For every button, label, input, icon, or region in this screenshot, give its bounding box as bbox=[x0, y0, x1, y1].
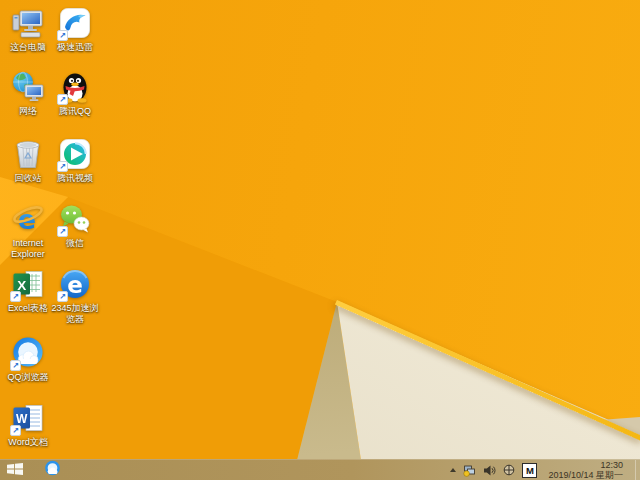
desktop-icon-tencent-video[interactable]: ↗ 腾讯视频 bbox=[52, 137, 98, 184]
volume-icon[interactable] bbox=[483, 464, 496, 477]
show-desktop-button[interactable] bbox=[635, 460, 640, 480]
taskbar-clock[interactable]: 12:30 2019/10/14 星期一 bbox=[548, 460, 623, 480]
recycle-bin-icon bbox=[11, 137, 45, 171]
system-tray: M 12:30 2019/10/14 星期一 bbox=[450, 460, 640, 480]
shortcut-arrow-icon: ↗ bbox=[57, 226, 68, 237]
xunlei-thunder-icon: ↗ bbox=[58, 6, 92, 40]
desktop-icon-excel[interactable]: X ↗ Excel表格 bbox=[5, 267, 51, 314]
svg-text:e: e bbox=[67, 272, 83, 298]
qq-penguin-icon: ↗ bbox=[58, 70, 92, 104]
word-icon: W ↗ bbox=[11, 401, 45, 435]
desktop-icon-label: Excel表格 bbox=[2, 303, 54, 314]
desktop-icon-label: 微信 bbox=[49, 238, 101, 249]
desktop-icon-word[interactable]: W ↗ Word文档 bbox=[5, 401, 51, 448]
tencent-video-icon: ↗ bbox=[58, 137, 92, 171]
2345-browser-icon: e ↗ bbox=[58, 267, 92, 301]
taskbar-qq-browser-button[interactable] bbox=[38, 460, 66, 480]
crosshair-tray-icon[interactable] bbox=[503, 464, 515, 476]
network-status-icon[interactable] bbox=[463, 464, 476, 477]
shortcut-arrow-icon: ↗ bbox=[57, 30, 68, 41]
desktop-screen: 这台电脑 ↗ 极速迅雷 bbox=[0, 0, 640, 480]
desktop-icon-2345-browser[interactable]: e ↗ 2345加速浏览器 bbox=[52, 267, 98, 325]
taskbar: M 12:30 2019/10/14 星期一 bbox=[0, 459, 640, 480]
shortcut-arrow-icon: ↗ bbox=[10, 360, 21, 371]
desktop-icon-tencent-qq[interactable]: ↗ 腾讯QQ bbox=[52, 70, 98, 117]
show-hidden-icons-arrow[interactable] bbox=[450, 468, 456, 472]
shortcut-arrow-icon: ↗ bbox=[57, 291, 68, 302]
excel-icon: X ↗ bbox=[11, 267, 45, 301]
desktop-icon-recycle-bin[interactable]: 回收站 bbox=[5, 137, 51, 184]
network-icon bbox=[11, 70, 45, 104]
ime-indicator[interactable]: M bbox=[522, 463, 537, 478]
svg-text:W: W bbox=[16, 412, 28, 426]
qq-browser-taskbar-icon bbox=[44, 460, 61, 480]
desktop-icon-label: Word文档 bbox=[2, 437, 54, 448]
desktop-icon-label: 2345加速浏览器 bbox=[49, 303, 101, 325]
this-pc-icon bbox=[11, 6, 45, 40]
shortcut-arrow-icon: ↗ bbox=[57, 94, 68, 105]
desktop-icon-this-pc[interactable]: 这台电脑 bbox=[5, 6, 51, 53]
qq-browser-icon: ↗ bbox=[11, 336, 45, 370]
desktop-icon-label: 网络 bbox=[2, 106, 54, 117]
desktop-icon-label: Internet Explorer bbox=[2, 238, 54, 260]
desktop-icon-network[interactable]: 网络 bbox=[5, 70, 51, 117]
desktop-icon-label: QQ浏览器 bbox=[2, 372, 54, 383]
desktop-icon-label: 极速迅雷 bbox=[49, 42, 101, 53]
desktop-icon-internet-explorer[interactable]: e Internet Explorer bbox=[5, 202, 51, 260]
clock-date: 2019/10/14 星期一 bbox=[548, 470, 623, 480]
desktop-icon-label: 回收站 bbox=[2, 173, 54, 184]
desktop-icon-wechat[interactable]: ↗ 微信 bbox=[52, 202, 98, 249]
start-button[interactable] bbox=[0, 460, 30, 480]
desktop-icon-qq-browser[interactable]: ↗ QQ浏览器 bbox=[5, 336, 51, 383]
desktop-icon-xunlei[interactable]: ↗ 极速迅雷 bbox=[52, 6, 98, 53]
desktop-icon-label: 腾讯QQ bbox=[49, 106, 101, 117]
windows-logo-icon bbox=[7, 461, 23, 479]
desktop-icon-label: 腾讯视频 bbox=[49, 173, 101, 184]
internet-explorer-icon: e bbox=[11, 202, 45, 236]
shortcut-arrow-icon: ↗ bbox=[57, 161, 68, 172]
shortcut-arrow-icon: ↗ bbox=[10, 425, 21, 436]
wechat-icon: ↗ bbox=[58, 202, 92, 236]
clock-time: 12:30 bbox=[548, 460, 623, 470]
desktop-icon-label: 这台电脑 bbox=[2, 42, 54, 53]
shortcut-arrow-icon: ↗ bbox=[10, 291, 21, 302]
